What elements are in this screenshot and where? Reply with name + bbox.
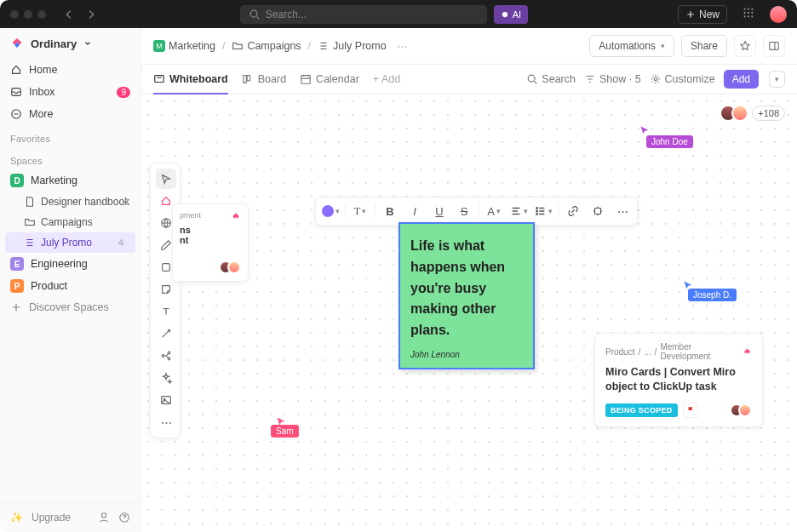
share-button[interactable]: Share xyxy=(681,35,727,57)
layout-icon[interactable] xyxy=(763,35,785,57)
doc-icon xyxy=(24,196,36,208)
svg-rect-15 xyxy=(770,43,779,50)
svg-point-10 xyxy=(751,15,753,17)
svg-point-13 xyxy=(101,513,106,518)
tool-ai[interactable] xyxy=(156,368,176,388)
tab-board[interactable]: Board xyxy=(242,65,286,94)
search-input[interactable]: Search... xyxy=(240,5,487,24)
space-engineering[interactable]: E Engineering xyxy=(0,253,140,275)
tool-mindmap[interactable] xyxy=(156,346,176,366)
more-format-button[interactable]: ⋯ xyxy=(611,200,634,222)
sticky-quote[interactable]: Life is what happens when you're busy ma… xyxy=(410,236,523,341)
link-button[interactable] xyxy=(561,200,585,222)
card-title: Miro Cards | Convert Miro object to Clic… xyxy=(605,365,752,394)
space-marketing[interactable]: D Marketing xyxy=(0,169,140,192)
ai-button[interactable]: AI xyxy=(494,5,528,24)
cursor-label: John Doe xyxy=(646,135,693,148)
space-label: Engineering xyxy=(31,258,88,270)
list-icon xyxy=(318,40,330,52)
cursor-icon xyxy=(639,125,650,135)
space-product[interactable]: P Product xyxy=(0,275,140,297)
help-icon[interactable] xyxy=(118,512,130,523)
tree-campaigns[interactable]: Campaigns xyxy=(0,212,140,232)
crumb-july-promo[interactable]: July Promo xyxy=(318,40,387,52)
tree-label: Campaigns xyxy=(41,216,93,228)
show-button[interactable]: Show · 5 xyxy=(584,73,641,85)
whiteboard-icon xyxy=(153,73,165,85)
svg-point-0 xyxy=(250,10,257,17)
tool-connector[interactable] xyxy=(156,323,176,344)
underline-button[interactable]: U xyxy=(427,200,451,222)
avatar xyxy=(227,260,241,274)
card-title: ns xyxy=(180,225,241,235)
tool-image[interactable] xyxy=(156,390,176,410)
tool-text[interactable] xyxy=(156,301,176,322)
window-controls[interactable] xyxy=(10,10,46,19)
add-button[interactable]: Add xyxy=(724,70,759,89)
tool-sticky[interactable] xyxy=(156,279,176,300)
strike-button[interactable]: S xyxy=(452,200,476,222)
italic-button[interactable]: I xyxy=(403,200,427,222)
nav-back-icon[interactable] xyxy=(60,6,78,23)
sidebar-item-more[interactable]: More xyxy=(0,103,140,125)
list-button[interactable]: ▾ xyxy=(531,200,555,222)
task-card[interactable]: pment ns nt xyxy=(172,203,249,282)
inbox-icon xyxy=(10,86,22,98)
align-button[interactable]: ▾ xyxy=(507,200,530,222)
svg-point-31 xyxy=(536,214,536,215)
sidebar-item-inbox[interactable]: Inbox 9 xyxy=(0,81,140,103)
customize-button[interactable]: Customize xyxy=(650,73,715,85)
nav-forward-icon[interactable] xyxy=(82,6,100,23)
svg-point-24 xyxy=(162,355,164,358)
avatar-overflow[interactable]: +108 xyxy=(752,106,785,121)
tree-designer-handbook[interactable]: Designer handbook 4 xyxy=(0,192,140,212)
upgrade-icon: ✨ xyxy=(10,512,23,523)
task-card[interactable]: Product/ .../ Member Development Miro Ca… xyxy=(594,333,763,427)
svg-point-1 xyxy=(502,11,507,16)
format-toolbar: ▾ T▾ B I U S A▾ ▾ ▾ ⋯ xyxy=(315,197,638,226)
whiteboard-canvas[interactable]: +108 John Doe Joseph D. Sam xyxy=(141,94,797,532)
upgrade-button[interactable]: Upgrade xyxy=(32,512,71,523)
tool-more[interactable]: ⋯ xyxy=(156,412,176,432)
person-icon[interactable] xyxy=(98,512,110,523)
clickup-icon xyxy=(231,211,241,221)
star-icon[interactable] xyxy=(734,35,756,57)
crumb-more-icon[interactable]: ⋯ xyxy=(397,40,408,53)
sticky-author: John Lennon xyxy=(410,350,523,359)
apps-icon[interactable] xyxy=(743,7,754,21)
cursor-label: Joseph D. xyxy=(688,289,737,301)
svg-rect-17 xyxy=(244,76,247,83)
unlink-button[interactable] xyxy=(586,200,610,222)
sidebar-item-home[interactable]: Home xyxy=(0,59,140,81)
svg-point-29 xyxy=(536,208,536,209)
tab-calendar[interactable]: Calendar xyxy=(300,65,359,94)
avatar xyxy=(738,403,752,417)
sticky-note[interactable]: Life is what happens when you're busy ma… xyxy=(398,222,535,369)
workspace-switcher[interactable]: Ordinary xyxy=(0,28,140,59)
crumb-marketing[interactable]: MMarketing xyxy=(153,40,215,52)
font-picker[interactable]: T▾ xyxy=(348,200,372,222)
flag-icon[interactable] xyxy=(683,403,698,418)
space-badge: P xyxy=(10,279,24,293)
cursor-label: Sam xyxy=(271,425,299,438)
sidebar: Ordinary Home Inbox 9 More Favorites Spa… xyxy=(0,28,141,532)
bold-button[interactable]: B xyxy=(378,200,402,222)
text-color-button[interactable]: A▾ xyxy=(482,200,506,222)
tool-select[interactable] xyxy=(156,169,176,189)
new-button[interactable]: New xyxy=(678,5,727,24)
add-dropdown[interactable]: ▾ xyxy=(769,71,785,88)
automations-button[interactable]: Automations▾ xyxy=(589,35,674,57)
user-avatar[interactable] xyxy=(770,6,787,23)
svg-point-4 xyxy=(751,8,753,9)
status-badge[interactable]: BEING SCOPED xyxy=(605,403,678,417)
inbox-badge: 9 xyxy=(117,87,130,98)
search-view-button[interactable]: Search xyxy=(526,73,576,85)
tree-july-promo[interactable]: July Promo 4 xyxy=(5,232,135,253)
list-icon xyxy=(24,237,36,249)
presence-avatars[interactable]: +108 xyxy=(725,105,785,122)
tab-whiteboard[interactable]: Whiteboard xyxy=(153,65,228,94)
tab-add[interactable]: + Add xyxy=(373,65,400,94)
discover-spaces[interactable]: Discover Spaces xyxy=(0,297,140,317)
crumb-campaigns[interactable]: Campaigns xyxy=(232,40,301,52)
color-picker[interactable]: ▾ xyxy=(318,200,342,222)
